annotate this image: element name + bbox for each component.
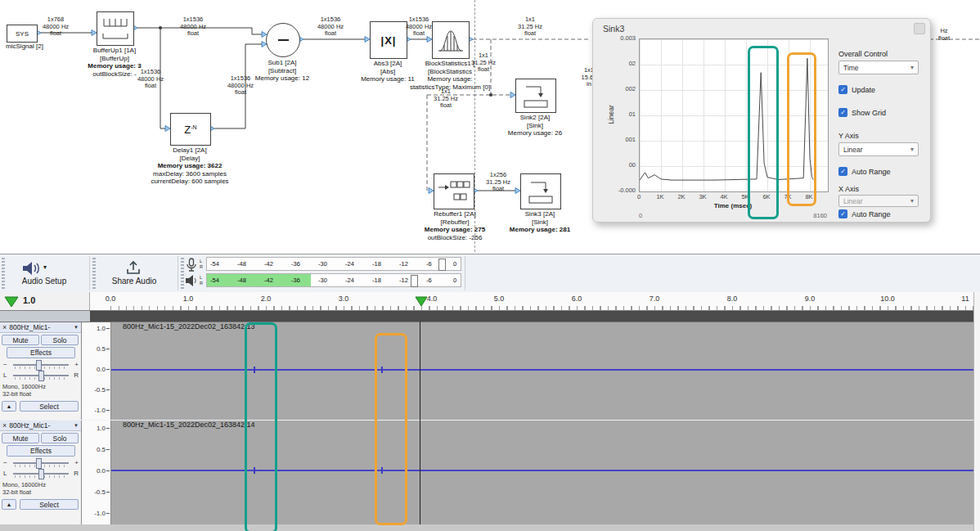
label-line: [Sink] [503,218,577,227]
close-icon[interactable] [2,421,7,430]
mute-button[interactable]: Mute [2,433,39,443]
plot-area[interactable] [639,38,829,192]
playback-meter[interactable]: -54-48-42-36-30-24-18-12-60 [206,273,461,287]
effects-button[interactable]: Effects [7,347,75,358]
rebuffer-block[interactable] [434,173,474,209]
label-line: Sink2 [2A] [502,114,568,122]
x-range-min: 0 [639,212,642,219]
audio-track-selected: 800Hz_Mic1- Mute Solo Effects − + L R Mo… [0,421,980,524]
track-format: 32-bit float [2,488,31,496]
meter-scale-number: -18 [372,277,381,284]
label-line: [Delay] [145,155,235,163]
meter-scale-number: -54 [210,260,219,268]
ruler-tick-label: 1.0 [183,295,194,303]
delay-block[interactable]: Z-N [170,113,211,146]
domain-select[interactable]: Time [838,61,919,74]
plot-x-tick: 0 [637,193,641,200]
label-line: float [311,30,350,38]
audio-setup-button[interactable]: Audio Setup [0,277,88,286]
share-audio-button[interactable]: Share Audio [95,277,173,286]
chevron-down-icon[interactable] [74,423,79,428]
collapse-button[interactable] [2,401,16,412]
ruler-tick-label: 11 [961,295,969,303]
window-close-button[interactable] [914,23,925,34]
speaker-icon [185,274,198,287]
meter-scale-number: -6 [426,277,432,284]
channel-label: R [200,281,203,286]
wire-label: 1x76848000 Hzfloat [36,16,75,38]
vertical-scrollbar[interactable] [973,292,980,531]
track-title-bar[interactable]: 800Hz_Mic1- [0,421,81,431]
update-checkbox[interactable]: Update [838,85,875,94]
sink2-block[interactable] [515,79,556,113]
wire-label: 1x153648000 Hzfloat [311,16,350,38]
audacity-window: ▾ Audio Setup Share Audio L R -54-48-42-… [0,254,980,531]
bufferup-block[interactable] [97,11,134,46]
gain-slider[interactable]: − + [3,458,79,468]
x-scale-select[interactable]: Linear [838,195,919,207]
meter-scale-number: -24 [345,260,354,268]
y-auto-range-label: Auto Range [852,168,891,176]
effects-button[interactable]: Effects [7,445,75,457]
timeline-ruler[interactable]: 1.0 0.01.02.03.04.05.06.07.08.09.010.011 [0,292,980,311]
recording-meter[interactable]: -54-48-42-36-30-24-18-12-60 [206,257,461,271]
meter-scale-number: -42 [264,277,273,284]
y-auto-range-checkbox[interactable]: Auto Range [838,167,891,176]
solo-button[interactable]: Solo [41,335,79,345]
subtract-block[interactable] [266,23,300,57]
label-line: float [172,30,214,38]
show-grid-checkbox[interactable]: Show Grid [838,108,886,117]
label-line: Memory usage: 3622 [145,162,235,170]
sink3-block[interactable] [520,173,561,209]
select-button[interactable]: Select [20,499,79,510]
toolbar-grip[interactable] [181,258,184,289]
slider-thumb[interactable] [38,371,44,381]
chevron-down-icon[interactable] [74,325,79,330]
update-label: Update [852,86,875,94]
slider-thumb[interactable] [38,469,44,479]
meter-scale-number: -48 [237,260,246,268]
clip-title: 800Hz_Mic1-15_2022Dec02_163842 13 [123,322,255,331]
label-line: float [129,83,172,90]
channel-label: R [200,264,203,269]
meter-slider-handle[interactable] [438,259,446,271]
slider-thumb[interactable] [36,458,42,469]
track-control-panel: 800Hz_Mic1- Mute Solo Effects − + L R Mo… [0,421,82,524]
sink2-label: Sink2 [2A][Sink]Memory usage: 26 [502,114,568,137]
pan-slider[interactable]: L R [3,469,79,479]
collapse-button[interactable] [2,499,16,510]
timeline-scrub-bar[interactable] [0,311,980,322]
ruler-tick-label: 6.0 [572,295,582,303]
gain-plus-label: + [74,459,79,466]
waveform-area[interactable]: 800Hz_Mic1-15_2022Dec02_163842 14 [111,421,980,524]
solo-button[interactable]: Solo [41,433,79,443]
vertical-scale[interactable]: 1.00.50.0-0.5-1.0 [82,421,111,524]
loop-marker-triangle-icon[interactable] [415,296,428,307]
close-icon[interactable] [2,323,7,331]
plot-x-tick: 6K [762,193,770,200]
slider-thumb[interactable] [36,360,42,371]
track-format: Mono, 16000Hz [2,383,46,390]
label-line: Memory usage: [407,75,492,83]
wire-label: 1x131.25 Hzfloat [427,88,465,110]
select-button[interactable]: Select [20,401,79,412]
meter-slider-handle[interactable] [411,275,418,287]
gain-slider[interactable]: − + [3,360,79,370]
waveform-area[interactable]: 800Hz_Mic1-15_2022Dec02_163842 13 [111,322,980,420]
y-scale-select[interactable]: Linear [838,142,919,156]
vertical-scale-number: -0.5 [94,386,106,394]
pan-left-label: L [3,371,7,379]
track-control-panel: 800Hz_Mic1- Mute Solo Effects − + L R Mo… [0,322,82,420]
ruler-tick-label: 4.0 [427,295,438,303]
x-auto-range-checkbox[interactable]: Auto Range [838,209,891,218]
waveform-blip [381,367,383,373]
wire-label: 1x153648000 Hzfloat [219,75,262,97]
vertical-scale[interactable]: 1.00.50.0-0.5-1.0 [82,322,111,420]
plot-x-tick: 7K [784,193,791,200]
meter-scale-number: -48 [237,277,246,284]
track-title-bar[interactable]: 800Hz_Mic1- [0,322,81,333]
bufferup-icon [99,14,132,43]
sys-source-block[interactable]: SYS [7,25,38,43]
pan-slider[interactable]: L R [3,371,79,380]
mute-button[interactable]: Mute [2,335,39,345]
